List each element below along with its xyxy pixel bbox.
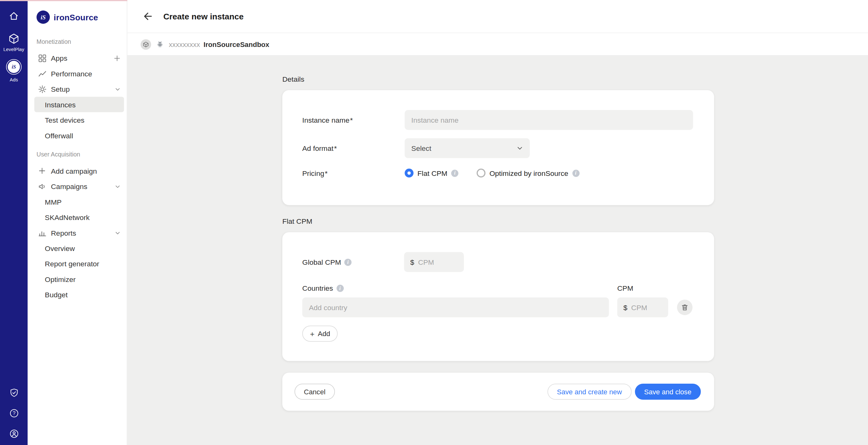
sidebar-item-reports[interactable]: Reports xyxy=(34,225,124,240)
radio-unselected-icon xyxy=(476,169,486,177)
ironsource-logo[interactable]: iS ironSource xyxy=(28,11,127,24)
global-cpm-row: Global CPM i $ xyxy=(302,252,694,272)
sidebar-item-apps[interactable]: Apps xyxy=(34,50,124,66)
sidebar-item-add-campaign[interactable]: Add campaign xyxy=(34,163,124,178)
currency-symbol: $ xyxy=(623,303,627,311)
main-area: Create new instance xx xyxy=(127,0,868,445)
sidebar-item-overview[interactable]: Overview xyxy=(34,240,124,256)
rail-help[interactable]: ? xyxy=(9,409,19,418)
add-country-button-label: Add xyxy=(318,330,330,338)
sidebar-item-label: Budget xyxy=(45,290,68,299)
pricing-flat-cpm-radio[interactable]: Flat CPM i xyxy=(405,169,459,177)
sidebar-item-mmp[interactable]: MMP xyxy=(34,194,124,209)
add-country-button[interactable]: + Add xyxy=(302,326,338,342)
sidebar-item-skadnetwork[interactable]: SKAdNetwork xyxy=(34,210,124,225)
add-country-input[interactable] xyxy=(302,297,609,317)
cpm-column-header: CPM xyxy=(617,284,633,292)
global-cpm-input-wrap: $ xyxy=(404,252,464,272)
cancel-button[interactable]: Cancel xyxy=(294,384,335,400)
form-content: Details Instance name* Ad format* Select xyxy=(127,56,868,445)
pricing-optimized-text: Optimized by ironSource xyxy=(490,169,568,177)
home-icon xyxy=(9,11,19,21)
megaphone-icon xyxy=(38,182,46,191)
instance-name-input[interactable] xyxy=(405,110,693,130)
rail-levelplay-label: LevelPlay xyxy=(3,46,25,52)
info-icon[interactable]: i xyxy=(572,169,580,176)
sidebar-item-label: MMP xyxy=(45,198,62,206)
ad-format-select-value: Select xyxy=(411,144,432,152)
global-cpm-label: Global CPM i xyxy=(302,258,404,266)
sidebar: iS ironSource Monetization Apps Per xyxy=(28,0,127,445)
sidebar-item-performance[interactable]: Performance xyxy=(34,66,124,81)
sidebar-item-test-devices[interactable]: Test devices xyxy=(34,112,124,128)
sidebar-item-label: Test devices xyxy=(45,116,84,124)
sidebar-item-label: Reports xyxy=(51,229,76,237)
apps-grid-icon xyxy=(38,54,46,62)
info-icon[interactable]: i xyxy=(451,169,459,176)
countries-label: Countries i xyxy=(302,284,617,292)
rail-home[interactable] xyxy=(9,11,19,21)
chevron-down-icon xyxy=(517,145,523,151)
sidebar-item-setup[interactable]: Setup xyxy=(34,81,124,97)
gear-icon xyxy=(38,84,46,93)
rail-levelplay[interactable]: LevelPlay xyxy=(3,33,25,52)
pricing-optimized-radio[interactable]: Optimized by ironSource i xyxy=(476,169,579,177)
sidebar-item-label: Instances xyxy=(45,100,75,109)
sidebar-item-instances[interactable]: Instances xyxy=(34,97,124,112)
add-app-icon[interactable] xyxy=(114,55,121,62)
save-and-close-button[interactable]: Save and close xyxy=(634,384,701,400)
pricing-label: Pricing* xyxy=(302,169,405,177)
details-section-label: Details xyxy=(282,75,868,83)
sidebar-item-label: Apps xyxy=(51,54,67,62)
country-cpm-row: $ xyxy=(302,297,694,317)
page-title: Create new instance xyxy=(163,11,244,21)
performance-chart-icon xyxy=(38,69,46,78)
bar-chart-icon xyxy=(38,229,46,237)
flat-cpm-card: Global CPM i $ Countries i CPM xyxy=(282,232,714,361)
levelplay-icon xyxy=(8,33,19,44)
top-accent-line xyxy=(0,0,127,1)
save-and-create-new-button[interactable]: Save and create new xyxy=(548,384,631,400)
chevron-down-icon xyxy=(115,230,121,236)
radio-selected-icon xyxy=(405,169,413,177)
help-icon: ? xyxy=(9,409,19,418)
info-icon[interactable]: i xyxy=(344,259,351,266)
app-context-bar: xxxxxxxxx IronSourceSandbox xyxy=(127,33,868,56)
rail-bottom-group: ? xyxy=(9,388,19,445)
sidebar-item-report-generator[interactable]: Report generator xyxy=(34,256,124,271)
flat-cpm-section-label: Flat CPM xyxy=(282,217,868,225)
shield-icon xyxy=(9,388,19,398)
form-actions-card: Cancel Save and create new Save and clos… xyxy=(282,373,714,411)
countries-header-row: Countries i CPM xyxy=(302,284,694,292)
rail-privacy[interactable] xyxy=(9,388,19,398)
sidebar-item-budget[interactable]: Budget xyxy=(34,287,124,302)
sidebar-item-label: Performance xyxy=(51,69,92,78)
sidebar-item-campaigns[interactable]: Campaigns xyxy=(34,179,124,194)
global-cpm-input[interactable] xyxy=(418,258,458,266)
info-icon[interactable]: i xyxy=(336,285,343,292)
chevron-down-icon xyxy=(115,86,121,92)
pricing-radio-group: Flat CPM i Optimized by ironSource i xyxy=(405,169,579,177)
delete-country-button[interactable] xyxy=(677,300,692,315)
footer-right-group: Save and create new Save and close xyxy=(548,384,701,400)
ad-format-select[interactable]: Select xyxy=(405,138,530,158)
plus-icon: + xyxy=(310,330,314,338)
android-icon xyxy=(156,40,164,48)
sidebar-item-offerwall[interactable]: Offerwall xyxy=(34,128,124,143)
country-cpm-input[interactable] xyxy=(631,303,662,311)
sidebar-item-label: Overview xyxy=(45,244,75,252)
rail-ads-active[interactable]: iS Ads xyxy=(8,61,20,82)
chevron-down-icon xyxy=(115,183,121,189)
rail-account[interactable] xyxy=(9,429,19,438)
sidebar-item-label: Setup xyxy=(51,85,70,93)
ironsource-logo-text: ironSource xyxy=(54,12,98,22)
sidebar-item-label: Report generator xyxy=(45,260,99,268)
section-user-acquisition: User Acquisition xyxy=(28,151,127,158)
details-card: Instance name* Ad format* Select Pricing… xyxy=(282,90,714,205)
sidebar-item-optimizer[interactable]: Optimizer xyxy=(34,271,124,287)
sidebar-item-label: SKAdNetwork xyxy=(45,213,90,221)
account-icon xyxy=(9,429,19,438)
back-button[interactable] xyxy=(141,10,154,23)
product-rail: LevelPlay iS Ads ? xyxy=(0,0,28,445)
sidebar-item-label: Add campaign xyxy=(51,167,97,175)
